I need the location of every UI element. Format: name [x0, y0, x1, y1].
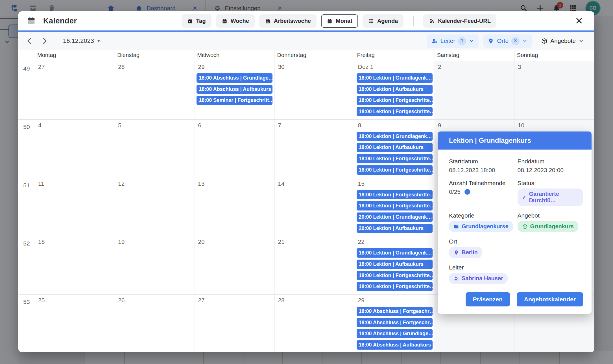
event-chip[interactable]: 18:00 Abschluss | Grundlage… — [197, 73, 272, 83]
kalender-modal: Kalender Tag Woche Arbeitswoche Monat Ag… — [18, 11, 594, 352]
view-label: Agenda — [377, 18, 398, 24]
day-cell[interactable]: 14 — [275, 178, 355, 236]
event-chip[interactable]: 18:00 Abschluss | Fortgeschr… — [357, 307, 433, 316]
divider — [413, 16, 414, 26]
praesenzen-button[interactable]: Präsenzen — [466, 292, 510, 306]
day-number: 11 — [36, 180, 114, 187]
weekday-label: Freitag — [355, 50, 435, 61]
view-tag-button[interactable]: Tag — [182, 14, 211, 28]
day-number: 14 — [276, 180, 353, 187]
check-icon: ✓ — [522, 194, 527, 201]
filter-orte[interactable]: Orte 3 — [483, 34, 532, 48]
status-dot — [464, 189, 470, 195]
view-monat-button[interactable]: Monat — [321, 14, 358, 28]
event-chip[interactable]: 18:00 Lektion | Fortgeschritte… — [357, 282, 433, 291]
event-chip[interactable]: 18:00 Lektion | Aufbaukurs — [357, 143, 433, 152]
day-number: 12 — [116, 180, 193, 187]
day-cell[interactable]: 21 — [275, 236, 355, 294]
day-cell[interactable]: 28 — [275, 295, 355, 352]
leiter-badge[interactable]: Sabrina Hauser — [449, 273, 508, 284]
day-cell[interactable]: 4 — [35, 120, 115, 178]
filter-leiter[interactable]: Leiter 1 — [427, 34, 479, 48]
day-cell[interactable]: 12 — [115, 178, 195, 236]
field-enddatum: Enddatum 08.12.2023 20:00 — [518, 158, 583, 174]
day-number: 19 — [116, 238, 193, 245]
day-cell[interactable]: 30 — [275, 61, 355, 119]
event-chip[interactable]: 18:00 Lektion | Fortgeschritte… — [357, 154, 433, 163]
filter-angebote[interactable]: Angebote — [536, 35, 588, 47]
day-cell[interactable]: 818:00 Lektion | Grundlagenk…18:00 Lekti… — [355, 120, 435, 178]
day-cell[interactable]: 25 — [35, 295, 115, 352]
event-chip[interactable]: 18:00 Lektion | Fortgeschritte… — [357, 271, 433, 280]
day-cell[interactable]: 19 — [115, 236, 195, 294]
day-number: 13 — [196, 180, 273, 187]
event-chip[interactable]: 18:00 Lektion | Fortgeschritte… — [357, 96, 433, 105]
day-cell[interactable]: 2918:00 Abschluss | Fortgeschr…18:00 Abs… — [355, 295, 435, 352]
view-label: Monat — [336, 18, 352, 24]
day-cell[interactable]: 7 — [275, 120, 355, 178]
pin-icon — [453, 250, 459, 255]
day-number: 21 — [276, 238, 353, 245]
event-chip[interactable]: 18:00 Abschluss | Fortgeschr… — [357, 318, 433, 327]
event-chip[interactable]: 18:00 Abschluss | Aufbaukurs — [357, 340, 433, 350]
day-cell[interactable]: 26 — [115, 295, 195, 352]
event-chip[interactable]: 18:00 Lektion | Fortgeschritte… — [357, 190, 433, 199]
day-number: 27 — [36, 63, 114, 70]
cube-icon — [541, 38, 547, 44]
event-chip[interactable]: 18:00 Lektion | Fortgeschritte… — [357, 165, 433, 175]
chevron-down-icon — [579, 38, 584, 43]
caret-down-icon: ▾ — [97, 38, 100, 44]
date-picker[interactable]: 16.12.2023 ▾ — [63, 37, 100, 45]
day-cell[interactable]: 5 — [115, 120, 195, 178]
badge-label: Sabrina Hauser — [462, 275, 503, 282]
event-chip[interactable]: 18:00 Lektion | Fortgeschritte… — [357, 201, 433, 210]
day-cell[interactable]: 1518:00 Lektion | Fortgeschritte…18:00 L… — [355, 178, 435, 236]
calendar-icon — [27, 16, 36, 25]
day-cell[interactable]: Dez 118:00 Lektion | Grundlagenk…18:00 L… — [355, 61, 435, 119]
event-chip[interactable]: 18:00 Seminar | Fortgeschritt… — [197, 96, 272, 105]
day-cell[interactable]: 2218:00 Lektion | Grundlagenk…18:00 Lekt… — [355, 236, 435, 294]
event-chip[interactable]: 18:00 Lektion | Fortgeschritte… — [357, 107, 433, 116]
week-number: 49 — [18, 61, 35, 119]
view-woche-button[interactable]: Woche — [216, 14, 255, 28]
event-chip[interactable]: 18:00 Lektion | Aufbaukurs — [357, 85, 433, 94]
ort-badge[interactable]: Berlin — [449, 247, 482, 258]
day-cell[interactable]: 20 — [195, 236, 275, 294]
weekday-label: Montag — [35, 50, 115, 61]
event-chip[interactable]: 18:00 Lektion | Aufbaukurs — [357, 260, 433, 269]
view-agenda-button[interactable]: Agenda — [363, 14, 403, 28]
day-cell[interactable]: 28 — [115, 61, 195, 119]
event-chip[interactable]: 18:00 Lektion | Grundlagenk… — [357, 248, 433, 258]
day-cell[interactable]: 27 — [35, 61, 115, 119]
prev-button[interactable] — [25, 36, 34, 46]
kalender-feed-url-button[interactable]: Kalender-Feed-URL — [423, 14, 496, 28]
week-number: 52 — [18, 236, 35, 294]
event-chip[interactable]: 18:00 Abschluss | Aufbaukurs — [197, 85, 272, 94]
event-chip[interactable]: 18:00 Abschluss | Grundlage… — [357, 329, 433, 338]
status-badge[interactable]: ✓ Garantierte Durchfü... — [518, 188, 583, 206]
angebotskalender-button[interactable]: Angebotskalender — [517, 292, 583, 306]
event-chip[interactable]: 18:00 Lektion | Grundlagenk… — [357, 73, 433, 83]
day-cell[interactable]: 18 — [35, 236, 115, 294]
day-cell[interactable]: 3 — [515, 61, 594, 119]
day-cell[interactable]: 13 — [195, 178, 275, 236]
folder-icon — [453, 224, 459, 229]
day-cell[interactable]: 11 — [35, 178, 115, 236]
weekday-label: Sonntag — [515, 50, 594, 61]
next-button[interactable] — [40, 36, 49, 46]
day-cell[interactable]: 2 — [435, 61, 515, 119]
event-chip[interactable]: 20:00 Lektion | Aufbaukurs — [357, 224, 433, 233]
pin-icon — [488, 38, 494, 44]
angebot-badge[interactable]: Grundlagenkurs — [518, 221, 578, 232]
kategorie-badge[interactable]: Grundlagenkurse — [449, 221, 513, 232]
event-chip[interactable]: 20:00 Lektion | Grundlagenk… — [357, 212, 433, 222]
weekday-header: Montag Dienstag Mittwoch Donnerstag Frei… — [18, 50, 594, 61]
day-cell[interactable]: 2918:00 Abschluss | Grundlage…18:00 Absc… — [195, 61, 275, 119]
day-cell[interactable]: 6 — [195, 120, 275, 178]
field-kategorie: Kategorie Grundlagenkurse — [449, 212, 515, 232]
view-arbeitswoche-button[interactable]: Arbeitswoche — [259, 14, 317, 28]
close-icon[interactable]: ✕ — [572, 15, 586, 27]
day-cell[interactable]: 27 — [195, 295, 275, 352]
feed-button-label: Kalender-Feed-URL — [438, 18, 491, 24]
event-chip[interactable]: 18:00 Lektion | Grundlagenk… — [357, 132, 433, 141]
